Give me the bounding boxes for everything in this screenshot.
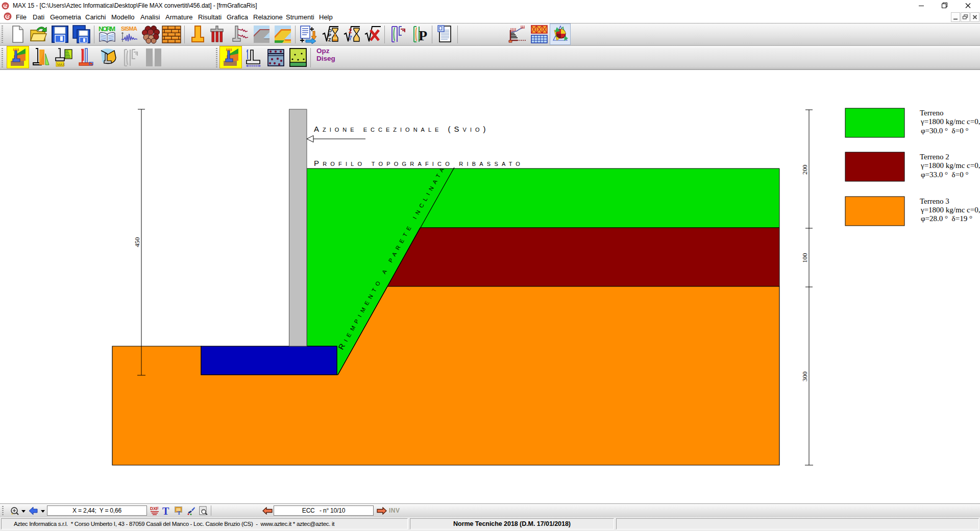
- svg-text:Z: Z: [328, 37, 331, 42]
- svg-text:T: T: [162, 506, 169, 516]
- svg-text:300: 300: [801, 372, 808, 382]
- svg-text:γ=1800 kg/mc c=0,00: γ=1800 kg/mc c=0,00: [920, 161, 980, 170]
- svg-text:Terreno 3: Terreno 3: [920, 197, 949, 205]
- svg-text:γ=1800 kg/mc c=0,00: γ=1800 kg/mc c=0,00: [920, 117, 980, 126]
- svg-text:2: 2: [349, 28, 352, 35]
- svg-text:NORM: NORM: [99, 25, 115, 33]
- svg-text:DXF: DXF: [150, 506, 159, 511]
- svg-text:φ=28.0 ° δ=19 °: φ=28.0 ° δ=19 °: [921, 214, 972, 223]
- svg-text:φ=30.0 ° δ=0 °: φ=30.0 ° δ=0 °: [921, 127, 968, 135]
- svg-text:100: 100: [801, 253, 808, 263]
- svg-text:T: T: [177, 510, 181, 515]
- svg-text:Terreno: Terreno: [920, 109, 943, 117]
- svg-text:200: 200: [801, 165, 808, 175]
- svg-text:SISMA: SISMA: [121, 26, 137, 32]
- svg-text:450: 450: [133, 237, 141, 248]
- svg-text:Terreno 2: Terreno 2: [920, 153, 949, 161]
- svg-text:φ=33.0 ° δ=0 °: φ=33.0 ° δ=0 °: [921, 171, 968, 179]
- svg-text:P: P: [419, 28, 427, 43]
- svg-text:7: 7: [349, 35, 352, 42]
- svg-text:MAX: MAX: [57, 63, 65, 66]
- svg-text:γ=1800 kg/mc c=0,00: γ=1800 kg/mc c=0,00: [920, 206, 980, 214]
